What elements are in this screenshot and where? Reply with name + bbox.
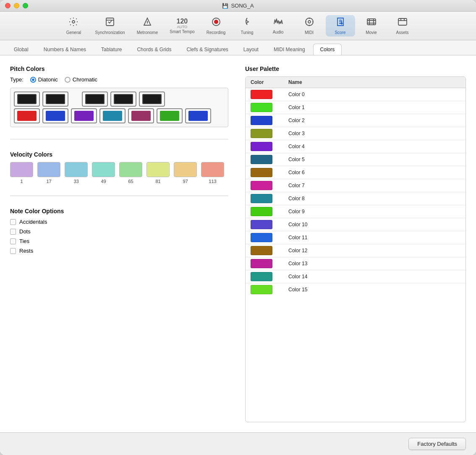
color-swatch-3 — [251, 129, 272, 138]
diatonic-label: Diatonic — [38, 76, 58, 83]
velocity-label-6: 97 — [183, 179, 188, 184]
pitch-swatch-color-3[interactable] — [99, 108, 126, 123]
color-name-9: Color 9 — [288, 209, 460, 214]
footer: Factory Defaults — [0, 432, 476, 455]
pitch-swatch-color-4[interactable] — [128, 108, 154, 123]
tab-clefs-signatures[interactable]: Clefs & Signatures — [179, 44, 235, 55]
color-swatch-13 — [251, 259, 272, 268]
sync-icon — [105, 17, 115, 29]
ties-checkbox[interactable] — [10, 238, 16, 244]
palette-row-13[interactable]: Color 13 — [246, 257, 466, 270]
toolbar-label-tuning: Tuning — [241, 30, 253, 35]
palette-row-5[interactable]: Color 5 — [246, 153, 466, 166]
palette-row-1[interactable]: Color 1 — [246, 101, 466, 114]
color-swatch-12 — [251, 246, 272, 255]
toolbar-label-smart-tempo: Smart Tempo — [170, 29, 194, 34]
palette-row-11[interactable]: Color 11 — [246, 231, 466, 244]
diatonic-radio-circle — [30, 77, 36, 83]
palette-row-10[interactable]: Color 10 — [246, 218, 466, 231]
traffic-lights — [5, 3, 28, 8]
tab-chords-grids[interactable]: Chords & Grids — [130, 44, 178, 55]
palette-row-8[interactable]: Color 8 — [246, 192, 466, 205]
velocity-swatch-6[interactable] — [174, 162, 197, 177]
tab-layout[interactable]: Layout — [236, 44, 266, 55]
tab-colors[interactable]: Colors — [313, 44, 342, 55]
velocity-item-7: 113 — [201, 162, 224, 184]
pitch-swatch-color-1[interactable] — [42, 108, 68, 123]
right-panel: User Palette Color Name Color 0 Color 1 — [245, 65, 466, 422]
checkbox-rests[interactable]: Rests — [10, 248, 228, 254]
svg-rect-1 — [106, 18, 114, 26]
toolbar-item-synchronization[interactable]: Synchronization — [90, 15, 130, 37]
palette-row-0[interactable]: Color 0 — [246, 88, 466, 101]
color-swatch-7 — [251, 181, 272, 190]
toolbar-item-movie[interactable]: Movie — [357, 15, 386, 37]
toolbar-item-recording[interactable]: Recording — [201, 15, 231, 37]
rests-checkbox[interactable] — [10, 248, 16, 254]
toolbar-item-assets[interactable]: Assets — [388, 15, 417, 37]
factory-defaults-button[interactable]: Factory Defaults — [408, 438, 466, 450]
palette-row-15[interactable]: Color 15 — [246, 283, 466, 296]
tab-tablature[interactable]: Tablature — [94, 44, 129, 55]
checkbox-ties[interactable]: Ties — [10, 238, 228, 244]
dots-checkbox[interactable] — [10, 229, 16, 235]
color-name-8: Color 8 — [288, 196, 460, 201]
tab-midi-meaning[interactable]: MIDI Meaning — [267, 44, 312, 55]
diatonic-radio[interactable]: Diatonic — [30, 76, 58, 83]
velocity-label-2: 33 — [73, 179, 78, 184]
color-name-13: Color 13 — [288, 261, 460, 267]
color-swatch-4 — [251, 142, 272, 151]
minimize-button[interactable] — [14, 3, 19, 8]
pitch-swatch-4[interactable] — [110, 92, 136, 107]
toolbar-label-synchronization: Synchronization — [95, 30, 125, 35]
close-button[interactable] — [5, 3, 10, 8]
toolbar-item-smart-tempo[interactable]: 120 AUTO Smart Tempo — [165, 16, 199, 35]
toolbar-item-metronome[interactable]: Metronome — [132, 15, 163, 37]
pitch-swatch-color-2[interactable] — [71, 108, 97, 123]
chromatic-radio[interactable]: Chromatic — [65, 76, 97, 83]
velocity-swatch-7[interactable] — [201, 162, 224, 177]
toolbar-item-general[interactable]: General — [59, 15, 88, 37]
toolbar-item-score[interactable]: Score — [326, 15, 355, 37]
maximize-button[interactable] — [23, 3, 28, 8]
pitch-swatch-5[interactable] — [139, 92, 165, 107]
accidentals-checkbox[interactable] — [10, 219, 16, 225]
toolbar-item-midi[interactable]: MIDI — [295, 15, 324, 37]
checkbox-accidentals[interactable]: Accidentals — [10, 219, 228, 225]
pitch-swatch-color-6[interactable] — [185, 108, 211, 123]
pitch-swatch-1[interactable] — [42, 92, 68, 107]
palette-row-9[interactable]: Color 9 — [246, 205, 466, 218]
velocity-swatch-5[interactable] — [146, 162, 170, 177]
audio-icon — [273, 17, 283, 29]
tab-numbers-names[interactable]: Numbers & Names — [37, 44, 93, 55]
type-label: Type: — [10, 76, 24, 83]
tab-bar: Global Numbers & Names Tablature Chords … — [0, 40, 476, 55]
velocity-swatch-1[interactable] — [37, 162, 60, 177]
palette-row-14[interactable]: Color 14 — [246, 270, 466, 283]
palette-row-2[interactable]: Color 2 — [246, 114, 466, 127]
tab-global[interactable]: Global — [7, 44, 36, 55]
toolbar-item-audio[interactable]: Audio — [264, 16, 293, 36]
color-swatch-15 — [251, 285, 272, 294]
checkbox-dots[interactable]: Dots — [10, 228, 228, 235]
palette-row-4[interactable]: Color 4 — [246, 140, 466, 153]
pitch-swatch-3[interactable] — [82, 92, 108, 107]
pitch-swatch-color-0[interactable] — [14, 108, 40, 123]
toolbar-item-tuning[interactable]: Tuning — [233, 15, 262, 37]
velocity-swatch-2[interactable] — [65, 162, 88, 177]
palette-row-6[interactable]: Color 6 — [246, 166, 466, 179]
palette-row-7[interactable]: Color 7 — [246, 179, 466, 192]
color-swatch-2 — [251, 116, 272, 125]
chromatic-label: Chromatic — [73, 76, 97, 83]
note-color-options-title: Note Color Options — [10, 208, 228, 214]
velocity-swatch-3[interactable] — [92, 162, 115, 177]
palette-row-12[interactable]: Color 12 — [246, 244, 466, 257]
velocity-label-5: 81 — [155, 179, 160, 184]
palette-row-3[interactable]: Color 3 — [246, 127, 466, 140]
pitch-swatch-0[interactable] — [14, 92, 40, 107]
pitch-swatch-color-5[interactable] — [157, 108, 183, 123]
color-swatch-9 — [251, 207, 272, 216]
velocity-swatch-0[interactable] — [10, 162, 33, 177]
velocity-swatch-4[interactable] — [119, 162, 142, 177]
velocity-item-1: 17 — [37, 162, 60, 184]
